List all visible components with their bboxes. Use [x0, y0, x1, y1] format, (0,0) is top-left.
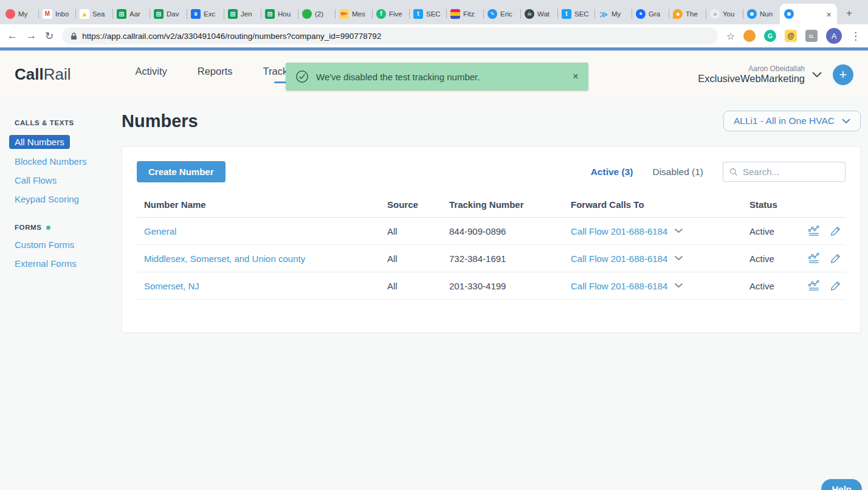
browser-tab[interactable]: You	[706, 4, 743, 24]
sidebar-item-keypad-scoring[interactable]: Keypad Scoring	[15, 194, 122, 204]
search-input[interactable]	[743, 167, 839, 177]
chevron-down-icon[interactable]	[675, 256, 683, 261]
browser-tab[interactable]: Nun	[743, 4, 780, 24]
browser-tab-bar: MyInboSeaAarDavExcJenHou(2)MesFiveSECFit…	[0, 0, 868, 24]
number-name-link[interactable]: Somerset, NJ	[137, 281, 387, 291]
company-selector[interactable]: ALLi1 - All in One HVAC	[723, 111, 861, 131]
col-number-name: Number Name	[137, 199, 387, 210]
chevron-down-icon[interactable]	[675, 229, 683, 233]
browser-tab[interactable]: Fitz	[446, 4, 483, 24]
nav-reports[interactable]: Reports	[198, 66, 233, 83]
tab-title: Wat	[537, 10, 553, 18]
email-extension-icon[interactable]: @	[785, 30, 797, 42]
activity-chart-icon[interactable]	[808, 225, 821, 237]
tab-title: Sea	[92, 10, 108, 18]
new-tab-button[interactable]: +	[841, 5, 858, 22]
browser-tab[interactable]: Dav	[150, 4, 187, 24]
nav-activity[interactable]: Activity	[135, 66, 167, 83]
filter-disabled[interactable]: Disabled (1)	[652, 167, 703, 178]
number-name-link[interactable]: Middlesex, Somerset, and Union county	[137, 254, 387, 264]
browser-tab[interactable]: Hou	[261, 4, 298, 24]
browser-tab[interactable]: Inbo	[38, 4, 75, 24]
sidebar-item-blocked-numbers[interactable]: Blocked Numbers	[15, 156, 122, 167]
grammarly-icon[interactable]: G	[764, 30, 776, 42]
browser-profile-avatar[interactable]: A	[826, 28, 842, 44]
create-number-button[interactable]: Create Number	[137, 161, 226, 182]
tab-title: Nun	[760, 10, 776, 18]
browser-tab[interactable]: Mes	[335, 4, 372, 24]
call-flow-link[interactable]: Call Flow 201-688-6184	[571, 226, 667, 236]
sidebar-section: CALLS & TEXTSAll NumbersBlocked NumbersC…	[15, 119, 122, 204]
back-icon[interactable]: ←	[7, 30, 18, 42]
gmail-icon	[43, 9, 52, 19]
password-extension-icon[interactable]: 1L	[805, 30, 818, 42]
activity-chart-icon[interactable]	[808, 252, 821, 264]
browser-tab[interactable]: My	[594, 4, 632, 24]
browser-tab[interactable]: The	[669, 4, 706, 24]
edit-pencil-icon[interactable]	[830, 225, 842, 237]
search-box	[723, 162, 846, 182]
extension-lock-icon[interactable]	[743, 30, 756, 42]
call-flow-link[interactable]: Call Flow 201-688-6184	[571, 254, 667, 264]
browser-tab[interactable]: Aar	[112, 4, 150, 24]
numbers-card: Create Number Active (3) Disabled (1)	[122, 146, 861, 333]
page-title: Numbers	[122, 111, 198, 131]
browser-tab[interactable]: Gra	[632, 4, 669, 24]
browser-tab-active[interactable]: ×	[780, 4, 837, 24]
tab-strip: MyInboSeaAarDavExcJenHou(2)MesFiveSECFit…	[1, 4, 837, 24]
forward-icon[interactable]: →	[26, 30, 36, 42]
chevron-down-icon[interactable]	[812, 72, 822, 78]
tab-title: SEC	[426, 10, 442, 18]
sheets-icon	[117, 9, 126, 19]
edit-pencil-icon[interactable]	[830, 280, 842, 292]
help-button[interactable]: Help	[821, 479, 862, 490]
row-actions	[808, 280, 846, 292]
browser-tab[interactable]: (2)	[298, 4, 335, 24]
browser-tab[interactable]: Eric	[483, 4, 520, 24]
sidebar-section-title-text: FORMS	[15, 224, 42, 231]
activity-chart-icon[interactable]	[808, 280, 821, 292]
number-name-link[interactable]: General	[137, 226, 387, 236]
call-flow-link[interactable]: Call Flow 201-688-6184	[571, 281, 667, 291]
tab-title: Gra	[649, 10, 664, 18]
browser-tab[interactable]: My	[1, 4, 38, 24]
edit-pencil-icon[interactable]	[830, 252, 842, 264]
forward-calls-cell: Call Flow 201-688-6184	[571, 254, 749, 264]
browser-tab[interactable]: Jen	[224, 4, 261, 24]
tab-title: Hou	[278, 10, 294, 18]
col-forward-calls-to: Forward Calls To	[571, 199, 749, 210]
sheets-icon	[154, 9, 164, 19]
sidebar-item-all-numbers[interactable]: All Numbers	[9, 135, 70, 149]
browser-tab[interactable]: Sea	[75, 4, 112, 24]
toast-close-icon[interactable]: ×	[573, 71, 579, 83]
browser-tab[interactable]: Wat	[520, 4, 557, 24]
bookmark-star-icon[interactable]: ☆	[726, 30, 735, 42]
chevron-down-icon[interactable]	[675, 283, 683, 288]
forward-calls-cell: Call Flow 201-688-6184	[571, 281, 749, 291]
logo-part-bold: Call	[15, 65, 44, 83]
company-selector-label: ALLi1 - All in One HVAC	[734, 116, 835, 126]
tab-title: Inbo	[55, 10, 71, 18]
account-switcher[interactable]: Aaron Obeidallah ExclusiveWebMarketing	[698, 64, 805, 85]
browser-tab[interactable]: SEC	[557, 4, 594, 24]
filter-active[interactable]: Active (3)	[591, 167, 633, 178]
browser-menu-icon[interactable]: ⋮	[850, 30, 861, 43]
tab-close-icon[interactable]: ×	[825, 10, 833, 19]
sidebar-item-call-flows[interactable]: Call Flows	[15, 175, 122, 185]
tab-title: Fitz	[463, 10, 479, 18]
content-row: CALLS & TEXTSAll NumbersBlocked NumbersC…	[0, 97, 868, 333]
browser-tab[interactable]: Exc	[187, 4, 224, 24]
table-row: Somerset, NJAll201-330-4199Call Flow 201…	[137, 272, 846, 300]
sidebar-item-external-forms[interactable]: External Forms	[15, 258, 122, 269]
sidebar-item-custom-forms[interactable]: Custom Forms	[15, 240, 122, 250]
address-bar[interactable]: https://app.callrail.com/v2/a/330491046/…	[62, 27, 717, 44]
browser-tab[interactable]: SEC	[409, 4, 446, 24]
reload-icon[interactable]: ↻	[45, 30, 53, 43]
logo-part-light: Rail	[44, 65, 71, 83]
callrail-logo[interactable]: CallRail	[15, 65, 71, 84]
browser-tab[interactable]: Five	[372, 4, 409, 24]
card-toolbar: Create Number Active (3) Disabled (1)	[137, 161, 846, 182]
add-button[interactable]: +	[833, 64, 853, 85]
col-source: Source	[387, 199, 449, 210]
tab-title: The	[686, 10, 701, 18]
